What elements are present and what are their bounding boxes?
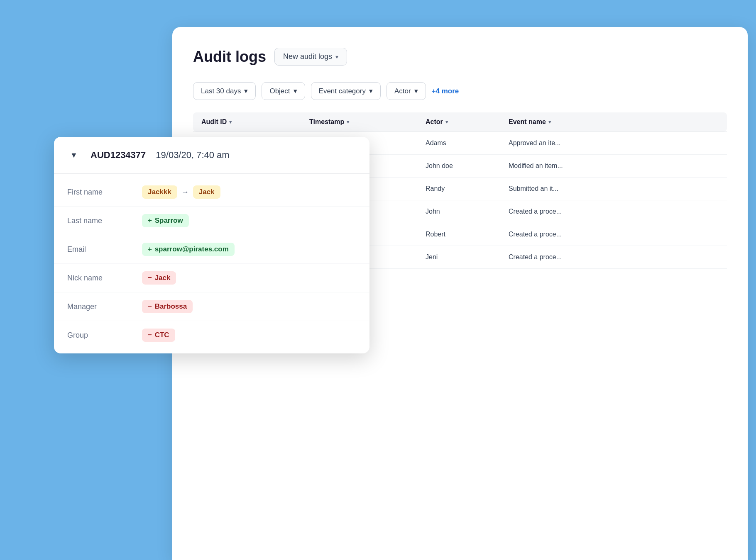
detail-card: ▼ AUD1234377 19/03/20, 7:40 am First nam… (54, 137, 369, 353)
chevron-down-icon: ▾ (335, 54, 338, 60)
field-label: Email (67, 245, 125, 254)
filter-event-category[interactable]: Event category ▾ (311, 82, 381, 100)
removed-value-tag: − CTC (142, 329, 175, 342)
added-value-tag: + sparrow@pirates.com (142, 243, 235, 256)
chevron-down-icon: ▾ (244, 87, 248, 95)
new-audit-logs-dropdown[interactable]: New audit logs ▾ (274, 48, 347, 66)
cell-event: Created a proce... (509, 208, 719, 215)
more-filters-link[interactable]: +4 more (432, 87, 459, 95)
detail-card-header: ▼ AUD1234377 19/03/20, 7:40 am (54, 137, 369, 174)
plus-icon: + (148, 245, 152, 253)
chevron-down-icon: ▾ (414, 87, 418, 95)
cell-actor: John (426, 208, 509, 215)
field-label: Last name (67, 217, 125, 225)
cell-event: Submitted an it... (509, 185, 719, 192)
field-values: Jackkk → Jack (142, 185, 220, 199)
col-actor-label: Actor (426, 118, 443, 126)
field-label: Manager (67, 302, 125, 311)
filter-actor[interactable]: Actor ▾ (387, 82, 426, 100)
cell-actor: Robert (426, 231, 509, 238)
page-title: Audit logs (193, 48, 266, 66)
sort-icon: ▾ (229, 119, 232, 125)
col-audit-id-label: Audit ID (201, 118, 227, 126)
filter-last-30-days[interactable]: Last 30 days ▾ (193, 82, 256, 100)
filter-object[interactable]: Object ▾ (262, 82, 305, 100)
filter-label: Event category (319, 87, 366, 95)
detail-row-manager: Manager − Barbossa (54, 292, 369, 321)
col-actor[interactable]: Actor ▾ (426, 118, 509, 126)
removed-value-tag: − Jack (142, 271, 176, 285)
chevron-down-icon: ▾ (369, 87, 373, 95)
minus-icon: − (148, 302, 152, 310)
col-timestamp-label: Timestamp (309, 118, 344, 126)
detail-row-email: Email + sparrow@pirates.com (54, 235, 369, 264)
filter-label: Last 30 days (201, 87, 241, 95)
old-value-tag: Jackkk (142, 185, 177, 199)
expand-icon[interactable]: ▼ (67, 149, 81, 162)
new-audit-logs-label: New audit logs (283, 52, 332, 61)
field-values: + Sparrow (142, 214, 189, 227)
cell-event: Modified an item... (509, 162, 719, 170)
detail-row-lastname: Last name + Sparrow (54, 207, 369, 235)
sort-icon: ▾ (347, 119, 349, 125)
cell-actor: Adams (426, 139, 509, 147)
cell-actor: John doe (426, 162, 509, 170)
cell-event: Approved an ite... (509, 139, 719, 147)
detail-row-group: Group − CTC (54, 321, 369, 349)
header-row: Audit logs New audit logs ▾ (193, 48, 727, 66)
field-label: Group (67, 331, 125, 340)
field-values: − CTC (142, 329, 175, 342)
filters-row: Last 30 days ▾ Object ▾ Event category ▾… (193, 82, 727, 100)
removed-value-tag: − Barbossa (142, 300, 193, 313)
minus-icon: − (148, 274, 152, 282)
chevron-down-icon: ▾ (294, 87, 297, 95)
col-event-name-label: Event name (509, 118, 546, 126)
filter-label: Actor (394, 87, 411, 95)
field-label: Nick name (67, 274, 125, 282)
cell-event: Created a proce... (509, 253, 719, 261)
sort-icon: ▾ (548, 119, 551, 125)
audit-id: AUD1234377 (91, 150, 146, 161)
cell-event: Created a proce... (509, 231, 719, 238)
cell-actor: Randy (426, 185, 509, 192)
col-timestamp[interactable]: Timestamp ▾ (309, 118, 426, 126)
detail-timestamp: 19/03/20, 7:40 am (156, 150, 229, 161)
detail-row-firstname: First name Jackkk → Jack (54, 178, 369, 207)
col-audit-id[interactable]: Audit ID ▾ (201, 118, 309, 126)
plus-icon: + (148, 217, 152, 224)
detail-rows: First name Jackkk → Jack Last name + Spa… (54, 174, 369, 353)
field-values: + sparrow@pirates.com (142, 243, 235, 256)
cell-actor: Jeni (426, 253, 509, 261)
arrow-icon: → (181, 188, 189, 197)
col-event-name[interactable]: Event name ▾ (509, 118, 719, 126)
added-value-tag: + Sparrow (142, 214, 189, 227)
sort-icon: ▾ (445, 119, 448, 125)
detail-row-nickname: Nick name − Jack (54, 264, 369, 292)
table-header: Audit ID ▾ Timestamp ▾ Actor ▾ Event nam… (193, 112, 727, 131)
new-value-tag: Jack (193, 185, 220, 199)
minus-icon: − (148, 331, 152, 339)
field-values: − Jack (142, 271, 176, 285)
field-values: − Barbossa (142, 300, 193, 313)
field-label: First name (67, 188, 125, 197)
filter-label: Object (269, 87, 290, 95)
